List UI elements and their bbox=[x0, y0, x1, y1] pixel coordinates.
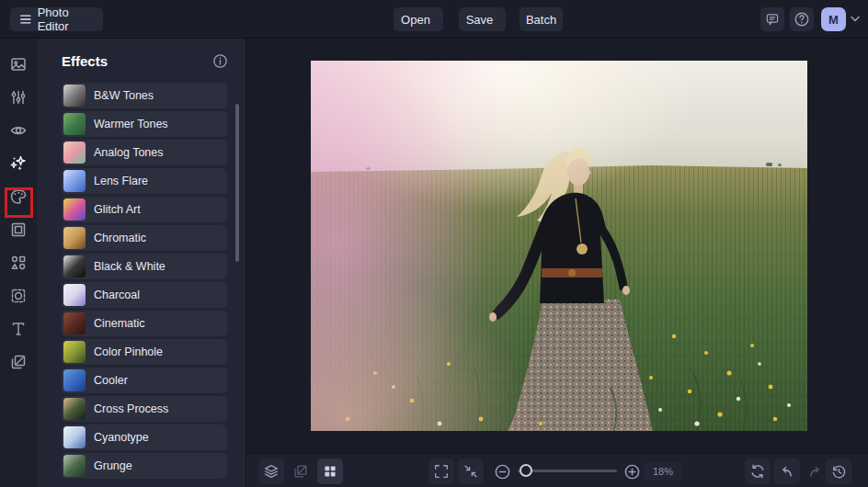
save-button[interactable]: Save bbox=[459, 7, 506, 31]
rail-textures-button[interactable] bbox=[7, 351, 29, 373]
photo-canvas[interactable] bbox=[311, 61, 807, 431]
effect-thumbnail bbox=[63, 312, 86, 334]
effects-list: B&W Tones Warmer Tones Analog Tones Lens… bbox=[62, 83, 227, 481]
effect-label: Analog Tones bbox=[94, 146, 164, 159]
effect-item[interactable]: Chromatic bbox=[62, 225, 227, 251]
eye-icon bbox=[9, 121, 28, 140]
account-menu-chevron[interactable] bbox=[851, 16, 860, 22]
effect-label: Charcoal bbox=[94, 289, 140, 301]
layers-icon bbox=[263, 463, 280, 480]
frame-icon bbox=[9, 221, 28, 239]
tools-rail bbox=[0, 39, 37, 487]
fit-screen-button[interactable] bbox=[458, 459, 484, 484]
rail-edit-button[interactable] bbox=[7, 53, 29, 75]
rail-effects-button[interactable] bbox=[7, 153, 29, 175]
rail-adjust-button[interactable] bbox=[7, 86, 29, 108]
effect-thumbnail bbox=[63, 113, 86, 135]
batch-button[interactable]: Batch bbox=[520, 7, 563, 31]
effect-item[interactable]: Cyanotype bbox=[62, 425, 227, 450]
effect-thumbnail bbox=[63, 85, 86, 107]
effect-item[interactable]: Grunge bbox=[62, 453, 227, 479]
grid-icon bbox=[323, 464, 337, 479]
effect-item[interactable]: Glitch Art bbox=[62, 197, 227, 222]
reset-icon bbox=[749, 463, 766, 480]
zoom-in-icon bbox=[623, 463, 641, 481]
history-button[interactable] bbox=[826, 459, 851, 484]
rail-frames-button[interactable] bbox=[7, 219, 29, 241]
app-title: Photo Editor bbox=[38, 6, 94, 33]
effect-label: Warmer Tones bbox=[94, 118, 168, 130]
history-icon bbox=[830, 463, 847, 480]
effect-label: Chromatic bbox=[94, 232, 146, 244]
grid-view-button[interactable] bbox=[317, 459, 343, 484]
help-button[interactable] bbox=[790, 7, 814, 31]
effect-label: Cyanotype bbox=[94, 431, 149, 444]
effect-thumbnail bbox=[63, 426, 86, 448]
effect-label: Black & White bbox=[94, 260, 166, 273]
panel-header: Effects bbox=[62, 51, 228, 70]
zoom-slider-handle[interactable] bbox=[520, 464, 532, 477]
undo-button[interactable] bbox=[774, 459, 800, 484]
fullscreen-button[interactable] bbox=[428, 459, 454, 484]
image-icon bbox=[9, 55, 28, 74]
undo-icon bbox=[779, 463, 795, 480]
effect-item[interactable]: Cinematic bbox=[62, 311, 227, 336]
effect-label: Cooler bbox=[94, 374, 128, 387]
open-button-label: Open bbox=[401, 13, 430, 27]
rail-text-button[interactable] bbox=[7, 318, 29, 340]
rail-artsy-button[interactable] bbox=[7, 186, 29, 208]
help-icon bbox=[794, 11, 810, 28]
save-button-label: Save bbox=[466, 13, 494, 27]
open-button[interactable]: Open bbox=[394, 7, 443, 31]
effect-label: Grunge bbox=[94, 459, 132, 472]
effect-label: Glitch Art bbox=[94, 203, 141, 216]
zoom-value[interactable]: 18% bbox=[645, 462, 681, 481]
batch-button-label: Batch bbox=[526, 13, 556, 27]
effect-item[interactable]: Black & White bbox=[62, 254, 227, 279]
palette-icon bbox=[9, 187, 28, 206]
feedback-button[interactable] bbox=[760, 7, 784, 31]
redo-button[interactable] bbox=[802, 459, 828, 484]
photo-editor-app: Photo Editor Open Save Batch bbox=[0, 0, 868, 487]
effect-item[interactable]: Cross Process bbox=[62, 396, 227, 422]
effect-item[interactable]: Lens Flare bbox=[62, 168, 227, 194]
effect-thumbnail bbox=[63, 369, 86, 391]
effects-sparkles-icon bbox=[8, 153, 29, 174]
scrollbar-thumb[interactable] bbox=[235, 104, 239, 262]
effects-panel: Effects B&W Tones Warmer Tones Analog To… bbox=[37, 39, 246, 487]
effect-item[interactable]: B&W Tones bbox=[62, 83, 227, 108]
bottom-toolbar: 18% bbox=[246, 453, 868, 487]
effect-thumbnail bbox=[63, 455, 86, 477]
textures-icon bbox=[9, 353, 28, 371]
effect-thumbnail bbox=[63, 398, 86, 420]
reset-button[interactable] bbox=[745, 459, 771, 484]
effect-item[interactable]: Charcoal bbox=[62, 282, 227, 308]
zoom-slider[interactable] bbox=[518, 470, 617, 472]
effect-item[interactable]: Cooler bbox=[62, 368, 227, 393]
redo-icon bbox=[806, 463, 823, 480]
fullscreen-icon bbox=[433, 463, 450, 480]
effect-item[interactable]: Color Pinhole bbox=[62, 339, 227, 365]
top-bar: Photo Editor Open Save Batch bbox=[0, 0, 868, 39]
effect-thumbnail bbox=[63, 142, 86, 164]
transform-button[interactable] bbox=[288, 459, 314, 484]
effect-item[interactable]: Warmer Tones bbox=[62, 111, 227, 137]
effect-thumbnail bbox=[63, 284, 86, 306]
transform-icon bbox=[292, 463, 309, 480]
effect-thumbnail bbox=[63, 255, 86, 277]
chevron-down-icon bbox=[851, 16, 860, 22]
panel-title: Effects bbox=[62, 53, 108, 69]
text-icon bbox=[9, 320, 28, 338]
zoom-out-button[interactable] bbox=[489, 459, 515, 484]
zoom-in-button[interactable] bbox=[619, 459, 645, 484]
layers-button[interactable] bbox=[258, 459, 284, 484]
app-menu-button[interactable]: Photo Editor bbox=[10, 7, 103, 31]
rail-overlays-button[interactable] bbox=[7, 285, 29, 307]
avatar[interactable]: M bbox=[821, 7, 846, 31]
effect-item[interactable]: Analog Tones bbox=[62, 140, 227, 165]
rail-touchup-button[interactable] bbox=[7, 119, 29, 142]
rail-graphics-button[interactable] bbox=[7, 252, 29, 274]
info-icon[interactable] bbox=[212, 53, 228, 69]
effect-thumbnail bbox=[63, 227, 86, 249]
adjust-sliders-icon bbox=[9, 88, 28, 107]
